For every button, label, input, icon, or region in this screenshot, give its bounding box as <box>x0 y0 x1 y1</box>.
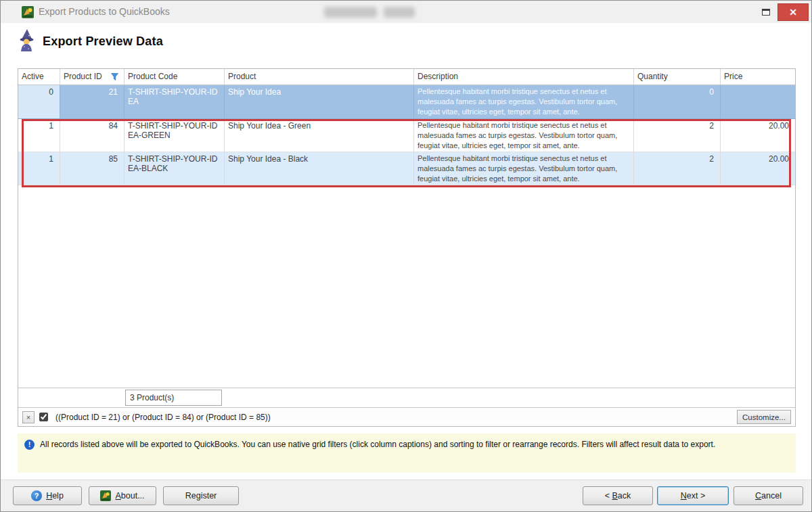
cell-description[interactable]: Pellentesque habitant morbi tristique se… <box>414 119 634 152</box>
about-button[interactable]: About... <box>89 486 156 505</box>
filter-enabled-checkbox[interactable] <box>39 413 48 421</box>
back-label: < Back <box>605 491 631 501</box>
cell-active[interactable]: 1 <box>18 152 60 185</box>
cell-product-code[interactable]: T-SHIRT-SHIP-YOUR-IDEA-GREEN <box>125 119 225 152</box>
cell-active[interactable]: 0 <box>18 85 60 119</box>
filter-funnel-icon[interactable] <box>111 73 118 80</box>
cell-product[interactable]: Ship Your Idea <box>225 85 414 119</box>
cell-price[interactable] <box>721 85 795 119</box>
cell-price[interactable]: 20.00 <box>721 119 795 152</box>
title-bar: Export Products to QuickBooks ✕ <box>1 1 811 23</box>
cell-product-id[interactable]: 85 <box>60 152 125 185</box>
column-header-active[interactable]: Active <box>18 69 60 85</box>
cell-product[interactable]: Ship Your Idea - Green <box>225 119 414 152</box>
redacted-title-text <box>324 7 377 18</box>
help-icon: ? <box>31 490 42 501</box>
cancel-button[interactable]: Cancel <box>734 486 803 505</box>
cell-quantity[interactable]: 0 <box>634 85 721 119</box>
wizard-icon <box>16 28 37 53</box>
column-header-product-code[interactable]: Product Code <box>125 69 225 85</box>
info-message: All records listed above will be exporte… <box>40 439 715 450</box>
info-bar: ! All records listed above will be expor… <box>18 434 796 473</box>
cell-quantity[interactable]: 2 <box>634 152 721 185</box>
column-header-quantity[interactable]: Quantity <box>634 69 721 85</box>
table-row-product-21[interactable]: 0 21 T-SHIRT-SHIP-YOUR-IDEA Ship Your Id… <box>18 85 795 119</box>
about-app-icon <box>100 490 111 501</box>
cell-product[interactable]: Ship Your Idea - Black <box>225 152 414 185</box>
button-bar: ? Help About... Register < Back Next > C… <box>1 480 811 511</box>
info-icon: ! <box>24 440 35 450</box>
cell-description[interactable]: Pellentesque habitant morbi tristique se… <box>414 85 634 119</box>
column-header-description[interactable]: Description <box>414 69 634 85</box>
column-header-label: Product ID <box>64 72 102 81</box>
cell-description[interactable]: Pellentesque habitant morbi tristique se… <box>414 152 634 185</box>
customize-filter-button[interactable]: Customize... <box>737 410 791 424</box>
help-button[interactable]: ? Help <box>13 486 82 505</box>
column-header-product-id[interactable]: Product ID <box>60 69 125 85</box>
cell-product-code[interactable]: T-SHIRT-SHIP-YOUR-IDEA-BLACK <box>125 152 225 185</box>
next-label: Next > <box>681 491 705 501</box>
table-row-product-85[interactable]: 1 85 T-SHIRT-SHIP-YOUR-IDEA-BLACK Ship Y… <box>18 152 795 185</box>
page-header: Export Preview Data <box>1 26 811 62</box>
export-preview-grid: Active Product ID Product Code Product D… <box>18 68 796 427</box>
column-header-price[interactable]: Price <box>721 69 795 85</box>
cell-quantity[interactable]: 2 <box>634 119 721 152</box>
close-window-button[interactable]: ✕ <box>777 3 809 21</box>
back-button[interactable]: < Back <box>583 486 653 505</box>
redacted-title-text <box>384 7 415 18</box>
window-title: Export Products to QuickBooks <box>39 6 170 17</box>
column-header-product[interactable]: Product <box>225 69 414 85</box>
next-button[interactable]: Next > <box>657 486 729 505</box>
cell-product-code[interactable]: T-SHIRT-SHIP-YOUR-IDEA <box>125 85 225 119</box>
cell-product-id[interactable]: 21 <box>60 85 125 119</box>
filter-bar: × ((Product ID = 21) or (Product ID = 84… <box>18 407 795 426</box>
about-label: About... <box>115 491 144 501</box>
page-title: Export Preview Data <box>43 34 163 49</box>
restore-icon <box>762 9 770 16</box>
register-button[interactable]: Register <box>163 486 239 505</box>
remove-filter-button[interactable]: × <box>22 411 35 423</box>
grid-empty-area <box>18 185 795 388</box>
help-label: Help <box>46 491 64 501</box>
record-count-box: 3 Product(s) <box>125 390 222 406</box>
close-filter-icon: × <box>26 413 30 421</box>
cancel-label: Cancel <box>755 491 782 501</box>
cell-price[interactable]: 20.00 <box>721 152 795 185</box>
grid-footer: 3 Product(s) <box>18 388 795 407</box>
restore-window-button[interactable] <box>759 6 773 18</box>
app-icon <box>22 6 34 18</box>
filter-expression: ((Product ID = 21) or (Product ID = 84) … <box>55 413 271 422</box>
export-wizard-dialog: Export Products to QuickBooks ✕ Export P… <box>0 0 812 512</box>
close-icon: ✕ <box>789 7 797 17</box>
register-label: Register <box>185 491 217 501</box>
grid-header-row: Active Product ID Product Code Product D… <box>18 69 795 85</box>
cell-product-id[interactable]: 84 <box>60 119 125 152</box>
cell-active[interactable]: 1 <box>18 119 60 152</box>
table-row-product-84[interactable]: 1 84 T-SHIRT-SHIP-YOUR-IDEA-GREEN Ship Y… <box>18 119 795 152</box>
